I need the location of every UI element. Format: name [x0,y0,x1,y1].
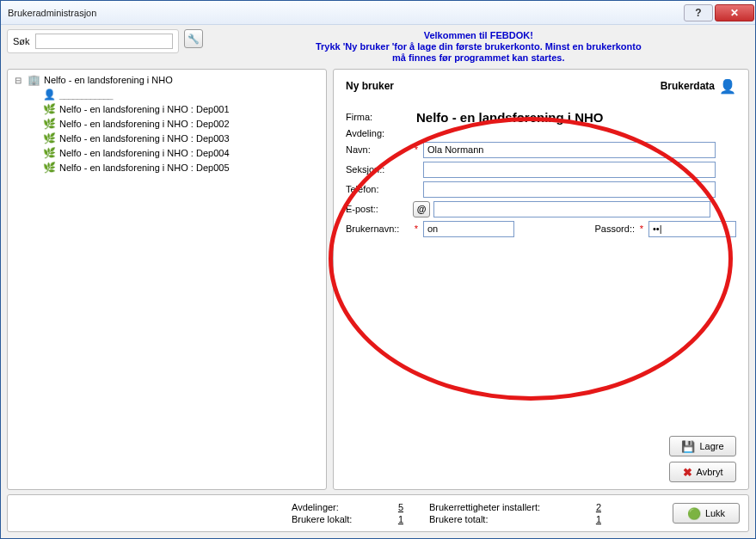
tree-dep-label: Nelfo - en landsforening i NHO : Dep003 [59,132,230,146]
brukernavn-label: Brukernavn:: [346,224,413,234]
save-icon: 💾 [681,440,695,453]
user-icon: 👤 [42,89,56,101]
required-icon: * [413,224,420,234]
department-icon: 🌿 [42,132,56,144]
search-input[interactable] [35,34,173,49]
avbryt-button[interactable]: ✖ Avbryt [669,462,736,482]
tree-dep-label: Nelfo - en landsforening i NHO : Dep002 [59,117,230,132]
department-icon: 🌿 [42,162,56,174]
tree-dep-label: Nelfo - en landsforening i NHO : Dep004 [59,146,230,161]
search-box: Søk [7,29,179,53]
search-tool-button[interactable]: 🔧 [184,29,203,48]
form-panel: Ny bruker Brukerdata 👤 Firma: Nelfo - en… [333,69,749,490]
lukk-label: Lukk [705,508,725,518]
required-icon: * [638,224,645,234]
tree-root-label: Nelfo - en landsforening i NHO [44,73,173,88]
telefon-input[interactable] [423,181,716,198]
stat-lokalt-value: 1 [386,514,403,524]
seksjon-label: Seksjon:: [346,164,413,175]
stat-lokalt-label: Brukere lokalt: [292,514,378,524]
lagre-button[interactable]: 💾 Lagre [669,436,736,456]
stat-totalt-value: 1 [584,514,601,524]
cancel-icon: ✖ [683,466,692,479]
department-icon: 🌿 [42,147,56,159]
lagre-label: Lagre [699,441,723,451]
department-icon: 🌿 [42,118,56,130]
stat-avdelinger-label: Avdelinger: [292,502,378,512]
search-label: Søk [13,36,30,46]
epost-label: E-post:: [346,204,413,214]
stat-totalt-label: Brukere totalt: [429,514,575,524]
status-bar: Avdelinger: 5 Brukerrettigheter installe… [7,494,749,532]
passord-input[interactable] [648,221,736,237]
tree-root[interactable]: 🏢 Nelfo - en landsforening i NHO [15,73,324,88]
telefon-label: Telefon: [346,184,413,194]
tree-dep-item[interactable]: 🌿 Nelfo - en landsforening i NHO : Dep00… [30,132,324,146]
avdeling-label: Avdeling: [346,128,413,138]
lukk-button[interactable]: 🟢 Lukk [673,503,740,524]
stat-avdelinger-value: 5 [386,502,403,512]
welcome-line3: må finnes før programmet kan startes. [208,52,749,64]
close-button[interactable] [715,4,754,21]
passord-label: Passord:: [595,224,635,234]
form-title-left: Ny bruker [346,80,394,92]
firma-value: Nelfo - en landsforening i NHO [416,110,604,125]
navn-input[interactable] [423,142,716,158]
user-icon: 👤 [719,78,736,95]
welcome-banner: Velkommen til FEBDOK! Trykk 'Ny bruker '… [208,29,749,64]
annotation-circle [329,117,733,401]
avbryt-label: Avbryt [697,467,723,477]
stat-rettigheter-value: 2 [584,502,601,512]
tree-dep-label: Nelfo - en landsforening i NHO : Dep005 [59,161,230,175]
tree-user-item[interactable]: 👤 ____________ [30,88,324,102]
firma-label: Firma: [346,112,413,122]
tree-panel: 🏢 Nelfo - en landsforening i NHO 👤 _____… [7,69,327,490]
tree-dep-label: Nelfo - en landsforening i NHO : Dep001 [59,102,230,117]
tree-dep-item[interactable]: 🌿 Nelfo - en landsforening i NHO : Dep00… [30,146,324,161]
brukernavn-input[interactable] [423,221,514,237]
window: Brukeradministrasjon Søk 🔧 Velkommen til… [0,0,756,539]
close-icon: 🟢 [687,507,701,520]
required-icon: * [413,144,420,155]
window-title: Brukeradministrasjon [8,8,683,18]
tree-dep-item[interactable]: 🌿 Nelfo - en landsforening i NHO : Dep00… [30,161,324,175]
navn-label: Navn: [346,144,413,155]
wrench-icon: 🔧 [187,34,200,45]
welcome-line2: Trykk 'Ny bruker 'for å lage din første … [208,41,749,52]
department-icon: 🌿 [42,103,56,115]
tree-user-label: ____________ [59,88,112,102]
stat-rettigheter-label: Brukerrettigheter installert: [429,502,575,512]
tree-dep-item[interactable]: 🌿 Nelfo - en landsforening i NHO : Dep00… [30,102,324,117]
titlebar: Brukeradministrasjon [1,1,755,25]
welcome-line1: Velkommen til FEBDOK! [208,30,749,41]
org-tree[interactable]: 🏢 Nelfo - en landsforening i NHO 👤 _____… [9,73,324,175]
form-title-right: Brukerdata [661,80,715,92]
help-button[interactable] [684,4,713,21]
seksjon-input[interactable] [423,162,716,178]
at-icon[interactable]: @ [413,201,430,217]
epost-input[interactable] [433,201,710,217]
org-icon: 🏢 [27,74,40,86]
tree-dep-item[interactable]: 🌿 Nelfo - en landsforening i NHO : Dep00… [30,117,324,132]
